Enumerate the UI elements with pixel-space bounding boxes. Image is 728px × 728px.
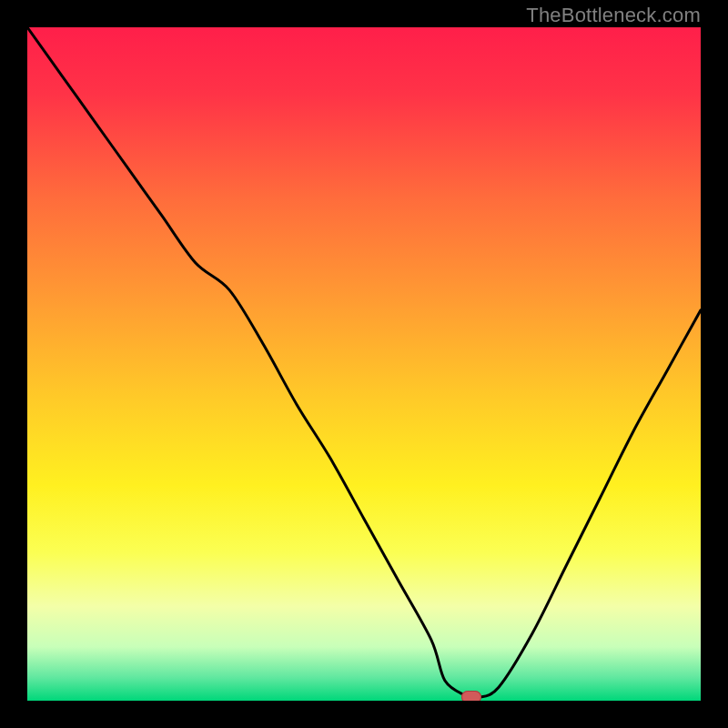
bottleneck-curve [27,27,701,701]
plot-area [27,27,701,701]
chart-frame: TheBottleneck.com [0,0,728,728]
watermark-text: TheBottleneck.com [526,4,701,27]
minimum-marker [461,691,481,701]
